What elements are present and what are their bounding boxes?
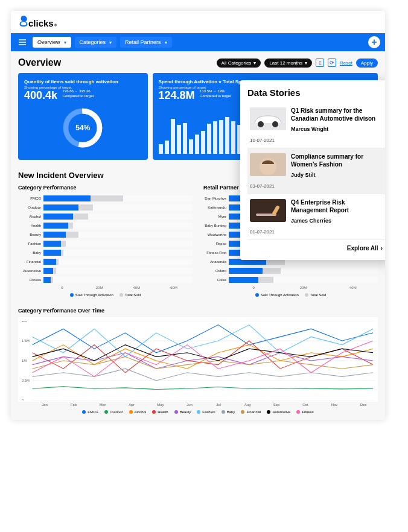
bar bbox=[225, 117, 229, 154]
category-label: Fashion bbox=[18, 242, 43, 245]
story-thumbnail bbox=[250, 199, 286, 222]
svg-point-14 bbox=[272, 121, 278, 127]
bar bbox=[183, 123, 187, 154]
donut-label: 54% bbox=[62, 107, 104, 149]
category-label: Woolworths bbox=[203, 233, 229, 236]
bar bbox=[165, 141, 169, 154]
category-label: Myer bbox=[203, 215, 229, 218]
refresh-button[interactable]: ⟳ bbox=[328, 59, 336, 67]
add-button[interactable]: + bbox=[368, 36, 380, 48]
category-label: Dan Murphys bbox=[203, 197, 229, 200]
story-author: Judy Stilt bbox=[291, 172, 383, 178]
chart-legend: Sold Through Activation Total Sold bbox=[203, 293, 378, 297]
story-item[interactable]: 10-07-2021 Q1 Risk summary for the Canad… bbox=[247, 103, 385, 148]
bar bbox=[213, 121, 217, 154]
chevron-down-icon: ▾ bbox=[165, 40, 167, 45]
legend-item: Fitness bbox=[296, 410, 313, 414]
category-label: Kathmandu bbox=[203, 206, 229, 209]
category-label: Oxford bbox=[203, 269, 229, 273]
category-label: Outdoor bbox=[18, 206, 43, 209]
nav-tab-label: Categories bbox=[80, 39, 106, 45]
hamburger-button[interactable] bbox=[16, 36, 29, 49]
category-label: Automotive bbox=[18, 269, 43, 273]
svg-text:0: 0 bbox=[22, 399, 24, 401]
bar-row: Coles bbox=[203, 276, 378, 283]
story-title: Q4 Enterprise Risk Management Report bbox=[291, 199, 383, 214]
brand-logo: clicks® bbox=[19, 16, 57, 28]
nav-tab-categories[interactable]: Categories ▾ bbox=[75, 37, 117, 48]
app-header: clicks® bbox=[11, 11, 385, 33]
bar-row: Oxford bbox=[203, 267, 378, 274]
category-label: Baby bbox=[18, 251, 43, 255]
nav-tab-retail[interactable]: Retail Partners ▾ bbox=[120, 37, 172, 48]
data-stories-panel: Data Stories 10-07-2021 Q1 Risk summary … bbox=[240, 80, 385, 260]
top-nav: Overview ▾ Categories ▾ Retail Partners … bbox=[11, 33, 385, 51]
category-label: Anaconda bbox=[203, 260, 229, 264]
story-title: Compliance summary for Women's Fashion bbox=[291, 153, 383, 168]
brand-name: clicks bbox=[28, 18, 54, 28]
page-title: Overview bbox=[18, 57, 61, 68]
legend-item: Baby bbox=[222, 410, 235, 414]
story-item[interactable]: 01-07-2021 Q4 Enterprise Risk Management… bbox=[247, 194, 385, 240]
category-label: FMCG bbox=[18, 197, 43, 200]
bookmark-button[interactable]: ▯ bbox=[316, 59, 324, 67]
bar bbox=[159, 144, 163, 154]
bar-row: Financial bbox=[18, 258, 193, 265]
chevron-down-icon: ▾ bbox=[109, 40, 112, 45]
story-date: 01-07-2021 bbox=[250, 229, 286, 235]
bar bbox=[171, 119, 175, 154]
line-chart: 00.5M1M1.5M2M bbox=[18, 317, 378, 402]
chart-legend: Sold Through Activation Total Sold bbox=[18, 293, 193, 297]
nav-tab-overview[interactable]: Overview ▾ bbox=[33, 37, 71, 48]
bar-row: Alcohol bbox=[18, 212, 193, 220]
bar bbox=[189, 139, 193, 154]
category-label: Financial bbox=[18, 260, 43, 264]
svg-point-13 bbox=[258, 121, 264, 127]
category-label: Beauty bbox=[18, 233, 43, 236]
kpi-target: 113.5M → 13% Compared to target bbox=[200, 89, 231, 99]
category-label: Fitness First bbox=[203, 251, 229, 255]
bar bbox=[177, 125, 181, 154]
bar-row: Health bbox=[18, 221, 193, 229]
svg-text:1M: 1M bbox=[22, 359, 27, 363]
story-item[interactable]: 03-07-2021 Compliance summary for Women'… bbox=[247, 148, 385, 194]
bar-row: Outdoor bbox=[18, 203, 193, 211]
logo-icon bbox=[19, 16, 28, 27]
story-author: Marcus Wright bbox=[291, 126, 383, 132]
app-window: clicks® Overview ▾ Categories ▾ Retail P… bbox=[11, 11, 385, 420]
category-label: Alcohol bbox=[18, 215, 43, 218]
bar bbox=[201, 131, 205, 154]
legend-item: Health bbox=[152, 410, 168, 414]
donut-chart: 54% bbox=[62, 107, 104, 149]
story-date: 10-07-2021 bbox=[250, 138, 286, 143]
filter-period[interactable]: Last 12 months ▾ bbox=[264, 59, 312, 68]
chevron-down-icon: ▾ bbox=[253, 60, 256, 66]
nav-tab-label: Retail Partners bbox=[125, 39, 161, 45]
apply-button[interactable]: Apply bbox=[356, 59, 378, 68]
story-author: James Cherries bbox=[291, 218, 383, 224]
bar bbox=[219, 120, 223, 154]
story-thumbnail bbox=[250, 153, 286, 176]
legend-item: Alcohol bbox=[129, 410, 147, 414]
kpi-value: 400.4k bbox=[24, 89, 57, 101]
bar bbox=[195, 135, 199, 154]
card-title: Quantity of Items sold through activatio… bbox=[24, 79, 142, 84]
chevron-down-icon: ▾ bbox=[305, 60, 307, 66]
reset-link[interactable]: Reset bbox=[340, 60, 352, 66]
legend-item: FMCG bbox=[82, 410, 98, 414]
bar-row: Baby bbox=[18, 249, 193, 256]
chevron-right-icon: › bbox=[381, 245, 383, 252]
filter-categories[interactable]: All Categories ▾ bbox=[217, 59, 261, 68]
chart-category-performance: Category Performance FMCGOutdoorAlcoholH… bbox=[18, 185, 193, 297]
legend-item: Automotive bbox=[267, 410, 290, 414]
chart-title: Category Performance bbox=[18, 185, 193, 191]
bar bbox=[231, 121, 235, 154]
explore-all-link[interactable]: Explore All› bbox=[247, 240, 385, 256]
chevron-down-icon: ▾ bbox=[64, 40, 66, 45]
bar-row: Fitness bbox=[18, 276, 193, 283]
category-label: Repco bbox=[203, 242, 229, 245]
legend-item: Fashion bbox=[197, 410, 215, 414]
kpi-value: 124.8M bbox=[159, 89, 195, 101]
category-label: Health bbox=[18, 224, 43, 227]
bar-row: Beauty bbox=[18, 230, 193, 238]
